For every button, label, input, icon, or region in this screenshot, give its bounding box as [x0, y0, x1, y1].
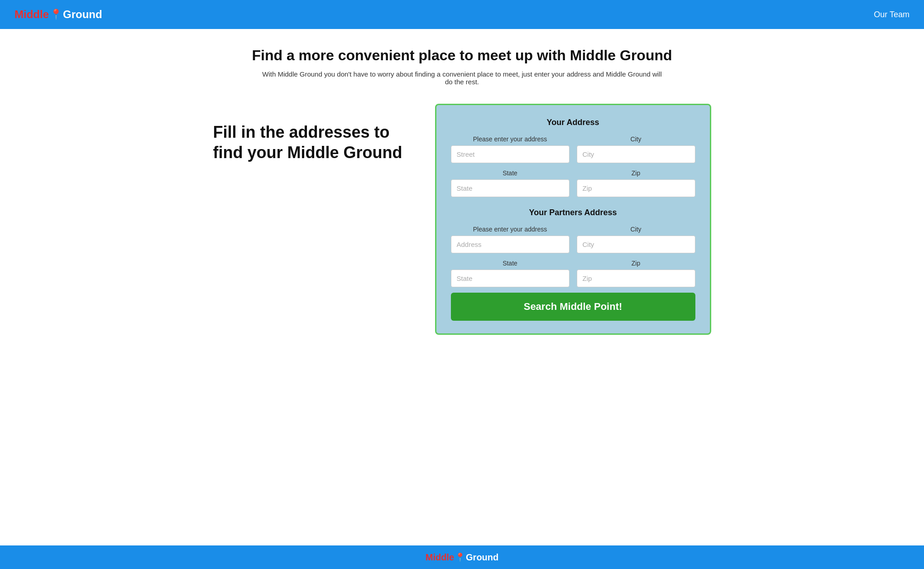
your-state-col: State [451, 169, 570, 197]
logo-ground-text: Ground [63, 8, 102, 21]
partners-address-title: Your Partners Address [451, 208, 695, 217]
your-address-row-1: Please enter your address City [451, 135, 695, 163]
partners-zip-input[interactable] [577, 270, 695, 287]
logo-middle-text: Middle [14, 8, 49, 21]
partners-address-row-1: Please enter your address City [451, 226, 695, 253]
your-address-row-2: State Zip [451, 169, 695, 197]
content-row: Fill in the addresses to find your Middl… [213, 104, 711, 335]
navbar: Middle 📍 Ground Our Team [0, 0, 924, 29]
footer-logo-middle: Middle [426, 552, 454, 563]
footer-logo-ground: Ground [466, 552, 498, 563]
footer-logo: Middle 📍 Ground [426, 552, 499, 563]
logo[interactable]: Middle 📍 Ground [14, 8, 102, 21]
partners-state-label: State [451, 260, 570, 267]
left-panel: Fill in the addresses to find your Middl… [213, 104, 417, 163]
partners-city-input[interactable] [577, 236, 695, 253]
footer-logo-pin-icon: 📍 [455, 552, 465, 562]
your-street-col: Please enter your address [451, 135, 570, 163]
your-city-input[interactable] [577, 145, 695, 163]
hero-title: Find a more convenient place to meet up … [252, 47, 672, 64]
your-city-col: City [577, 135, 695, 163]
your-address-title: Your Address [451, 118, 695, 127]
your-city-label: City [577, 135, 695, 143]
partners-address-row-2: State Zip [451, 260, 695, 287]
your-street-input[interactable] [451, 145, 570, 163]
your-state-input[interactable] [451, 179, 570, 197]
partners-city-col: City [577, 226, 695, 253]
partners-state-col: State [451, 260, 570, 287]
our-team-link[interactable]: Our Team [874, 10, 910, 19]
your-zip-input[interactable] [577, 179, 695, 197]
your-zip-col: Zip [577, 169, 695, 197]
partners-zip-col: Zip [577, 260, 695, 287]
left-panel-title: Fill in the addresses to find your Middl… [213, 122, 417, 163]
your-zip-label: Zip [577, 169, 695, 177]
search-button[interactable]: Search Middle Point! [451, 293, 695, 321]
partners-state-input[interactable] [451, 270, 570, 287]
partners-address-input[interactable] [451, 236, 570, 253]
main-content: Find a more convenient place to meet up … [0, 29, 924, 545]
partners-address-label: Please enter your address [451, 226, 570, 233]
partners-city-label: City [577, 226, 695, 233]
partners-zip-label: Zip [577, 260, 695, 267]
partners-address-col: Please enter your address [451, 226, 570, 253]
logo-pin-icon: 📍 [50, 9, 62, 20]
your-address-label: Please enter your address [451, 135, 570, 143]
form-card: Your Address Please enter your address C… [435, 104, 711, 335]
footer: Middle 📍 Ground [0, 545, 924, 569]
your-state-label: State [451, 169, 570, 177]
hero-subtitle: With Middle Ground you don't have to wor… [259, 70, 666, 86]
